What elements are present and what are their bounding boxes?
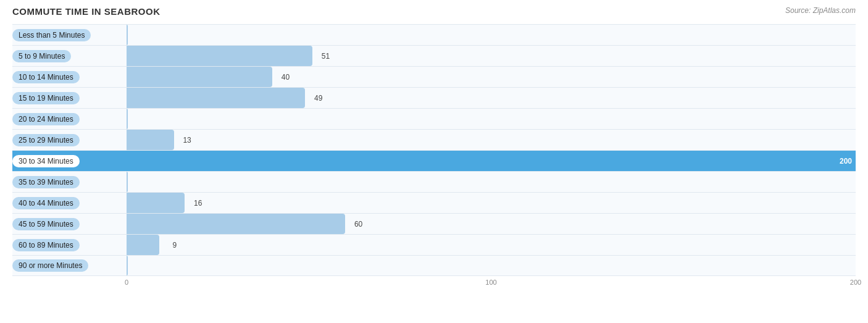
bar-fill xyxy=(127,109,128,129)
bar-label-cell: 25 to 29 Minutes xyxy=(12,134,127,146)
bar-label-cell: Less than 5 Minutes xyxy=(12,29,127,41)
bar-label-pill: 20 to 24 Minutes xyxy=(12,113,80,125)
bar-row: 60 to 89 Minutes9 xyxy=(12,234,856,255)
bar-row: 20 to 24 Minutes xyxy=(12,108,856,129)
bar-label-pill: 15 to 19 Minutes xyxy=(12,92,80,104)
bar-fill xyxy=(127,256,128,275)
bar-area: 200 xyxy=(127,151,856,171)
bar-row: 45 to 59 Minutes60 xyxy=(12,213,856,234)
bar-label-pill: 5 to 9 Minutes xyxy=(12,50,71,62)
bar-label-cell: 35 to 39 Minutes xyxy=(12,176,127,188)
bar-row: 5 to 9 Minutes51 xyxy=(12,45,856,66)
bar-fill: 13 xyxy=(127,130,174,150)
bar-row: 25 to 29 Minutes13 xyxy=(12,129,856,150)
bar-label-cell: 5 to 9 Minutes xyxy=(12,50,127,62)
bar-area xyxy=(127,172,856,192)
bar-fill: 49 xyxy=(127,88,305,108)
bar-label-pill: 35 to 39 Minutes xyxy=(12,176,80,188)
bar-value-label: 16 xyxy=(194,199,202,208)
bar-fill: 51 xyxy=(127,46,312,66)
bar-fill: 40 xyxy=(127,67,272,87)
chart-header: COMMUTE TIME IN SEABROOK Source: ZipAtla… xyxy=(12,6,856,17)
bar-label-pill: 45 to 59 Minutes xyxy=(12,218,80,230)
bar-row: 35 to 39 Minutes xyxy=(12,171,856,192)
x-axis-tick: 200 xyxy=(850,279,861,286)
bar-fill: 60 xyxy=(127,214,345,234)
bar-label-cell: 45 to 59 Minutes xyxy=(12,218,127,230)
bar-label-pill: 40 to 44 Minutes xyxy=(12,197,80,209)
bar-fill: 9 xyxy=(127,235,159,255)
bar-label-cell: 10 to 14 Minutes xyxy=(12,71,127,83)
bar-row: 15 to 19 Minutes49 xyxy=(12,87,856,108)
bar-row: 10 to 14 Minutes40 xyxy=(12,66,856,87)
chart-body: Less than 5 Minutes5 to 9 Minutes5110 to… xyxy=(12,24,856,276)
bar-label-cell: 15 to 19 Minutes xyxy=(12,92,127,104)
bar-value-label: 51 xyxy=(322,52,330,61)
x-axis-tick: 100 xyxy=(485,279,496,286)
bar-value-label: 200 xyxy=(840,157,852,166)
bar-label-cell: 40 to 44 Minutes xyxy=(12,197,127,209)
bar-row: 40 to 44 Minutes16 xyxy=(12,192,856,213)
bar-label-pill: 10 to 14 Minutes xyxy=(12,71,80,83)
bar-value-label: 9 xyxy=(172,241,177,250)
bar-area: 51 xyxy=(127,46,856,66)
bar-area: 13 xyxy=(127,130,856,150)
bar-label-pill: 60 to 89 Minutes xyxy=(12,239,80,251)
bar-fill: 200 xyxy=(127,151,856,171)
bar-area: 60 xyxy=(127,214,856,234)
bar-label-cell: 20 to 24 Minutes xyxy=(12,113,127,125)
bar-area: 16 xyxy=(127,193,856,213)
bar-label-pill: 30 to 34 Minutes xyxy=(12,155,80,167)
bar-fill xyxy=(127,25,128,45)
bar-area: 40 xyxy=(127,67,856,87)
bar-area: 9 xyxy=(127,235,856,255)
bar-area xyxy=(127,25,856,45)
bar-row: 30 to 34 Minutes200 xyxy=(12,150,856,171)
bar-row: Less than 5 Minutes xyxy=(12,24,856,45)
bar-fill xyxy=(127,172,128,192)
bar-area xyxy=(127,256,856,275)
bar-value-label: 49 xyxy=(314,94,322,103)
bar-area: 49 xyxy=(127,88,856,108)
x-axis: 0100200 xyxy=(127,279,856,291)
chart-container: COMMUTE TIME IN SEABROOK Source: ZipAtla… xyxy=(12,6,856,291)
bar-label-pill: Less than 5 Minutes xyxy=(12,29,91,41)
bar-label-cell: 60 to 89 Minutes xyxy=(12,239,127,251)
bar-label-pill: 25 to 29 Minutes xyxy=(12,134,80,146)
bar-fill: 16 xyxy=(127,193,185,213)
bar-area xyxy=(127,109,856,129)
bar-label-cell: 90 or more Minutes xyxy=(12,259,127,272)
bar-row: 90 or more Minutes xyxy=(12,255,856,276)
chart-title: COMMUTE TIME IN SEABROOK xyxy=(12,6,161,17)
x-axis-tick: 0 xyxy=(125,279,128,286)
bar-label-cell: 30 to 34 Minutes xyxy=(12,155,127,167)
bar-value-label: 60 xyxy=(354,220,362,229)
bar-label-pill: 90 or more Minutes xyxy=(12,259,88,272)
bar-value-label: 13 xyxy=(183,136,191,145)
bar-value-label: 40 xyxy=(282,73,290,82)
chart-source: Source: ZipAtlas.com xyxy=(785,6,856,15)
